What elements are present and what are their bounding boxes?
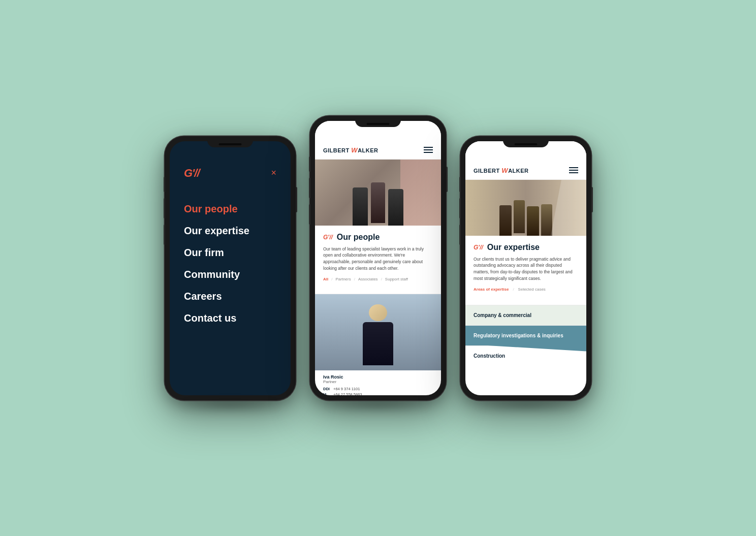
expertise-tab-bar: Areas of expertise / Selected cases: [474, 287, 578, 292]
phone-3-expertise: GILBERT WALKER: [460, 136, 591, 400]
filter-support[interactable]: Support staff: [385, 277, 408, 281]
gw-logo-2: GILBERT WALKER: [323, 146, 379, 154]
tab-areas-of-expertise[interactable]: Areas of expertise: [474, 287, 509, 292]
close-icon[interactable]: ×: [271, 168, 276, 178]
left-buttons-2: [309, 156, 310, 225]
gw-logo-3: GILBERT WALKER: [474, 167, 529, 174]
expertise-screen: GILBERT WALKER: [465, 141, 586, 366]
expertise-areas-list: Company & commercial Regulatory investig…: [465, 305, 586, 366]
menu-item-our-firm[interactable]: Our firm: [184, 244, 276, 262]
menu-item-community[interactable]: Community: [184, 266, 276, 283]
phones-container: G'// × Our people Our expertise Our firm…: [165, 96, 591, 441]
expertise-header: GILBERT WALKER: [465, 141, 586, 180]
menu-item-careers[interactable]: Careers: [184, 288, 276, 305]
ddi-label: DDI: [323, 387, 330, 391]
section-logo-small: G'//: [323, 234, 333, 241]
phone-2-screen: GILBERT WALKER: [315, 121, 441, 395]
menu-item-contact-us[interactable]: Contact us: [184, 309, 276, 327]
left-buttons-3: [459, 177, 461, 245]
logo-text-3: GILBERT WALKER: [474, 167, 529, 174]
person-contact: DDI +64 9 374 1101 M +64 27 558 5863 E i…: [323, 387, 433, 395]
expertise-section-content: G'// Our expertise Our clients trust us …: [465, 236, 586, 305]
expertise-section-title: Our expertise: [487, 243, 540, 252]
expertise-area-regulatory[interactable]: Regulatory investigations & inquiries: [465, 325, 586, 345]
filter-sep-1: /: [331, 277, 332, 281]
contact-mobile: M +64 27 558 5863: [323, 392, 433, 395]
person-role: Partner: [323, 380, 433, 384]
expertise-hero-image: [465, 180, 586, 236]
phone-1-shadow: [178, 400, 282, 411]
person-card: Iva Rosic Partner DDI +64 9 374 1101 M +…: [315, 294, 441, 395]
filter-partners[interactable]: Partners: [335, 277, 351, 281]
mobile-label: M: [323, 392, 330, 395]
people-description: Our team of leading specialist lawyers w…: [323, 246, 433, 272]
hamburger-icon-2[interactable]: [424, 147, 433, 153]
menu-item-our-expertise[interactable]: Our expertise: [184, 222, 276, 240]
phone-2-shadow: [324, 400, 432, 411]
people-hero-image: [315, 160, 441, 226]
people-section-content: G'// Our people Our team of leading spec…: [315, 226, 441, 294]
tab-sep: /: [513, 287, 514, 292]
filter-sep-2: /: [354, 277, 355, 281]
person-photo: [315, 294, 441, 370]
menu-item-our-people[interactable]: Our people: [184, 200, 276, 218]
filter-sep-3: /: [381, 277, 382, 281]
people-filter-tabs: All / Partners / Associates / Support st…: [323, 277, 433, 281]
menu-header: G'// ×: [184, 167, 276, 180]
notch-speaker-2: [367, 123, 390, 125]
expertise-logo-small: G'//: [474, 244, 483, 251]
tab-selected-cases[interactable]: Selected cases: [518, 287, 546, 292]
left-buttons: [164, 177, 165, 245]
hamburger-icon-3[interactable]: [569, 167, 578, 173]
people-title-row: G'// Our people: [323, 233, 433, 242]
mobile-value: +64 27 558 5863: [333, 392, 362, 395]
phone-2-people: GILBERT WALKER: [310, 116, 446, 400]
notch-speaker-3: [515, 143, 538, 145]
menu-items-list: Our people Our expertise Our firm Commun…: [184, 200, 276, 327]
phone-1-screen: G'// × Our people Our expertise Our firm…: [170, 141, 291, 395]
phone-1-menu: G'// × Our people Our expertise Our firm…: [165, 136, 296, 400]
phone-3-shadow: [474, 400, 578, 411]
hero-pink-accent: [400, 160, 441, 226]
expertise-description: Our clients trust us to deliver pragmati…: [474, 256, 578, 282]
filter-associates[interactable]: Associates: [358, 277, 378, 281]
people-header: GILBERT WALKER: [315, 121, 441, 160]
contact-ddi: DDI +64 9 374 1101: [323, 387, 433, 391]
expertise-title-row: G'// Our expertise: [474, 243, 578, 252]
expertise-area-company[interactable]: Company & commercial: [465, 305, 586, 325]
notch-speaker: [219, 143, 242, 145]
person-info: Iva Rosic Partner DDI +64 9 374 1101 M +…: [315, 370, 441, 395]
people-screen: GILBERT WALKER: [315, 121, 441, 395]
ddi-value: +64 9 374 1101: [333, 387, 360, 391]
filter-all[interactable]: All: [323, 277, 328, 281]
people-section-title: Our people: [337, 233, 380, 242]
menu-screen: G'// × Our people Our expertise Our firm…: [170, 141, 291, 395]
phone-3-screen: GILBERT WALKER: [465, 141, 586, 395]
menu-logo: G'//: [184, 167, 200, 180]
person-name: Iva Rosic: [323, 374, 433, 380]
logo-text-2: GILBERT WALKER: [323, 146, 379, 154]
